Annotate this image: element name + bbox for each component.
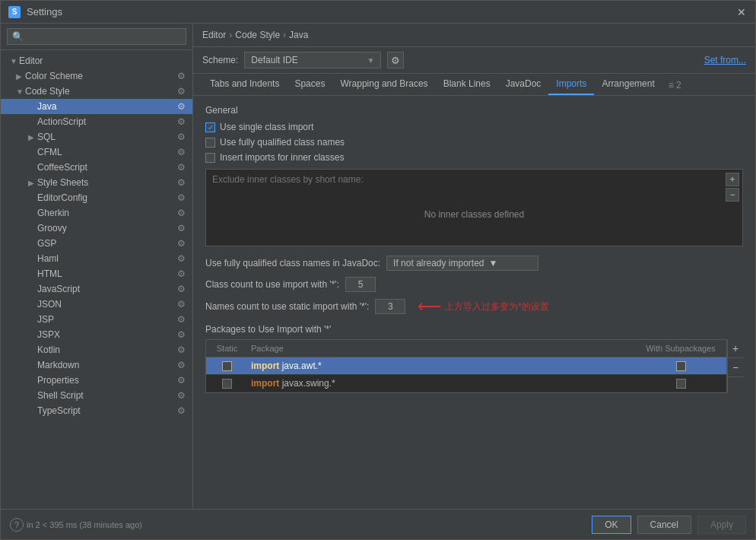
help-button[interactable]: ?: [10, 518, 24, 532]
td-subpackages-row1[interactable]: [635, 358, 726, 374]
breadcrumb: Editor › Code Style › Java: [193, 24, 755, 47]
scheme-label: Scheme:: [202, 55, 238, 65]
main-content: ▼ Editor ▶ Color Scheme ⚙ ▼ Code Style ⚙: [1, 24, 755, 509]
expand-arrow: ▶: [16, 72, 25, 81]
sidebar-item-groovy[interactable]: Groovy ⚙: [1, 221, 192, 236]
scheme-dropdown[interactable]: Default IDE ▼: [244, 52, 381, 68]
sidebar-item-cfml[interactable]: CFML ⚙: [1, 145, 192, 160]
sidebar-item-jspx[interactable]: JSPX ⚙: [1, 327, 192, 342]
scheme-bar: Scheme: Default IDE ▼ ⚙ Set from...: [193, 47, 755, 74]
tab-javadoc[interactable]: JavaDoc: [498, 74, 549, 95]
sidebar-item-jsp[interactable]: JSP ⚙: [1, 312, 192, 327]
sidebar-item-coffeescript[interactable]: CoffeeScript ⚙: [1, 160, 192, 175]
set-from-link[interactable]: Set from...: [704, 55, 746, 65]
packages-section: Packages to Use Import with '*' Static P…: [205, 324, 743, 393]
tab-blank-lines[interactable]: Blank Lines: [436, 74, 498, 95]
checkbox-inner-classes[interactable]: Insert imports for inner classes: [205, 152, 743, 163]
sidebar-item-style-sheets[interactable]: ▶ Style Sheets ⚙: [1, 175, 192, 190]
sidebar-item-editor[interactable]: ▼ Editor: [1, 53, 192, 68]
names-count-input[interactable]: [375, 299, 405, 314]
checkbox-single-class-label: Use single class import: [220, 122, 313, 132]
checkbox-inner-classes-box[interactable]: [205, 153, 215, 163]
title-bar: S Settings ✕: [1, 1, 755, 24]
tab-tabs-indents[interactable]: Tabs and Indents: [202, 74, 287, 95]
dropdown-arrow: ▼: [367, 56, 374, 65]
config-icon: ⚙: [176, 177, 186, 188]
sidebar: ▼ Editor ▶ Color Scheme ⚙ ▼ Code Style ⚙: [1, 24, 193, 509]
table-row[interactable]: import java.awt.*: [206, 357, 726, 375]
checkbox-single-class[interactable]: ✓ Use single class import: [205, 122, 743, 132]
sidebar-item-properties[interactable]: Properties ⚙: [1, 373, 192, 388]
config-icon: ⚙: [176, 375, 186, 386]
config-icon: ⚙: [176, 390, 186, 401]
config-icon: ⚙: [176, 360, 186, 370]
names-count-section: Names count to use static import with '*…: [205, 298, 743, 315]
table-row[interactable]: import javax.swing.*: [206, 375, 726, 392]
remove-package-button[interactable]: −: [728, 358, 743, 377]
sep1: ›: [229, 30, 232, 40]
sidebar-item-javascript[interactable]: JavaScript ⚙: [1, 281, 192, 297]
ok-button[interactable]: OK: [592, 516, 631, 534]
search-box: [1, 24, 192, 50]
static-checkbox-row1[interactable]: [222, 361, 232, 371]
config-icon: ⚙: [176, 345, 186, 355]
class-count-row: Class count to use import with '*':: [205, 277, 743, 292]
class-count-input[interactable]: [345, 277, 376, 292]
td-static-row2[interactable]: [206, 376, 248, 392]
sidebar-item-code-style[interactable]: ▼ Code Style ⚙: [1, 84, 192, 99]
sidebar-item-gherkin[interactable]: Gherkin ⚙: [1, 205, 192, 221]
subpackages-checkbox-row1[interactable]: [676, 361, 686, 371]
bottom-bar: ? in 2 < 395 ms (38 minutes ago) OK Canc…: [1, 509, 755, 539]
add-package-button[interactable]: +: [728, 339, 743, 358]
config-icon: ⚙: [176, 405, 186, 416]
th-static: Static: [206, 342, 248, 354]
checkbox-qualified[interactable]: Use fully qualified class names: [205, 137, 743, 148]
sidebar-item-shell-script[interactable]: Shell Script ⚙: [1, 388, 192, 403]
qualified-javadoc-dropdown[interactable]: If not already imported ▼: [386, 256, 538, 271]
sidebar-item-gsp[interactable]: GSP ⚙: [1, 236, 192, 251]
scheme-value: Default IDE: [251, 55, 297, 65]
subpackages-checkbox-row2[interactable]: [676, 379, 686, 389]
sidebar-item-actionscript[interactable]: ActionScript ⚙: [1, 114, 192, 129]
config-icon: ⚙: [176, 299, 186, 310]
add-inner-class-button[interactable]: +: [726, 173, 739, 186]
tab-imports[interactable]: Imports: [548, 74, 594, 95]
checkbox-single-class-box[interactable]: ✓: [205, 122, 215, 132]
breadcrumb-java: Java: [289, 30, 308, 40]
tab-spaces[interactable]: Spaces: [287, 74, 332, 95]
config-icon: ⚙: [176, 132, 186, 142]
sidebar-item-color-scheme[interactable]: ▶ Color Scheme ⚙: [1, 68, 192, 84]
tabs-bar: Tabs and Indents Spaces Wrapping and Bra…: [193, 74, 755, 96]
cancel-button[interactable]: Cancel: [637, 516, 691, 534]
apply-button[interactable]: Apply: [697, 516, 746, 534]
window-title: Settings: [27, 6, 62, 17]
sep2: ›: [283, 30, 286, 40]
tab-wrapping-braces[interactable]: Wrapping and Braces: [332, 74, 435, 95]
breadcrumb-code-style: Code Style: [235, 30, 280, 40]
sidebar-item-kotlin[interactable]: Kotlin ⚙: [1, 342, 192, 357]
sidebar-item-html[interactable]: HTML ⚙: [1, 266, 192, 281]
search-input[interactable]: [7, 28, 186, 45]
td-static-row1[interactable]: [206, 358, 248, 374]
sidebar-item-typescript[interactable]: TypeScript ⚙: [1, 403, 192, 418]
static-checkbox-row2[interactable]: [222, 379, 232, 389]
import-path: javax.swing.*: [282, 378, 335, 389]
checkbox-qualified-box[interactable]: [205, 138, 215, 148]
tab-arrangement[interactable]: Arrangement: [594, 74, 662, 95]
tab-more[interactable]: ≡ 2: [662, 75, 688, 95]
remove-inner-class-button[interactable]: −: [726, 188, 739, 202]
sidebar-item-editorconfig[interactable]: EditorConfig ⚙: [1, 190, 192, 205]
td-subpackages-row2[interactable]: [635, 376, 726, 392]
inner-classes-input[interactable]: [209, 173, 739, 186]
config-icon: ⚙: [176, 101, 186, 112]
title-bar-left: S Settings: [8, 6, 62, 18]
sidebar-item-haml[interactable]: Haml ⚙: [1, 251, 192, 266]
expand-arrow: ▶: [28, 179, 37, 187]
sidebar-item-markdown[interactable]: Markdown ⚙: [1, 357, 192, 373]
sidebar-item-java[interactable]: Java ⚙: [1, 99, 192, 114]
app-icon: S: [8, 6, 21, 18]
gear-button[interactable]: ⚙: [387, 52, 404, 68]
sidebar-item-sql[interactable]: ▶ SQL ⚙: [1, 129, 192, 145]
sidebar-item-json[interactable]: JSON ⚙: [1, 297, 192, 312]
close-button[interactable]: ✕: [735, 6, 748, 18]
